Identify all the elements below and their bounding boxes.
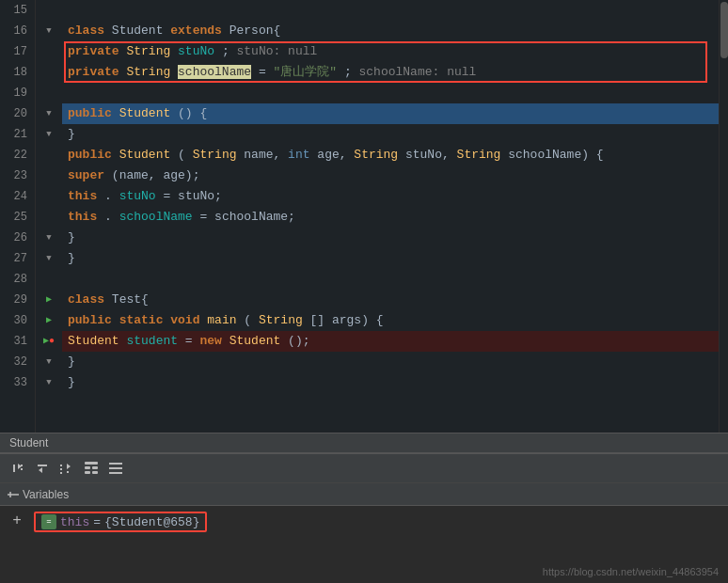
variables-panel: + = this = {Student@658} https://blog.cs… xyxy=(0,506,728,583)
svg-rect-3 xyxy=(85,471,90,474)
toolbar-btn-stepover[interactable] xyxy=(8,458,28,479)
toolbar-btn-table[interactable] xyxy=(81,458,102,479)
code-line-27: } xyxy=(62,248,719,269)
code-lines[interactable]: class Student extends Person{ private St… xyxy=(62,0,719,433)
code-line-17: private String stuNo ; stuNo: null xyxy=(62,41,719,62)
svg-rect-1 xyxy=(85,466,90,469)
fold-icon-20[interactable]: ▼ xyxy=(46,103,51,124)
toolbar-btn-list[interactable] xyxy=(105,458,126,479)
code-line-33: } xyxy=(62,372,719,393)
add-variable-button[interactable]: + xyxy=(8,512,26,530)
watermark: https://blog.csdn.net/weixin_44863954 xyxy=(543,566,719,577)
scrollbar-thumb[interactable] xyxy=(720,2,728,58)
code-line-26: } xyxy=(62,228,719,248)
code-line-22: public Student ( String name, int age, S… xyxy=(62,145,719,165)
code-line-20: public Student () { xyxy=(62,103,719,124)
toolbar-btn-stepout[interactable] xyxy=(56,458,77,479)
fold-icon-27[interactable]: ▼ xyxy=(46,248,51,269)
variables-label: Variables xyxy=(23,488,69,501)
toolbar-bar xyxy=(0,453,728,483)
variable-icon: = xyxy=(41,514,56,529)
fold-icon-21[interactable]: ▼ xyxy=(46,124,51,145)
code-line-16: class Student extends Person{ xyxy=(62,21,719,41)
svg-rect-7 xyxy=(109,472,122,474)
code-line-32: } xyxy=(62,352,719,372)
gutter: ▼ ▼ ▼ ▼ ▼ ▶ ▶ ▶● ▼ ▼ xyxy=(36,0,62,433)
fold-icon-16[interactable]: ▼ xyxy=(46,21,51,41)
svg-rect-5 xyxy=(109,463,122,465)
code-line-21: } xyxy=(62,124,719,145)
code-line-19 xyxy=(62,83,719,103)
code-line-28 xyxy=(62,269,719,290)
code-line-31: Student student = new Student (); xyxy=(62,331,719,352)
run-icon-29[interactable]: ▶ xyxy=(46,290,52,310)
variable-row-this: = this = {Student@658} xyxy=(34,512,207,532)
code-line-30: public static void main ( String [] args… xyxy=(62,310,719,331)
variable-equals: = xyxy=(93,515,101,529)
code-line-18: private String schoolName = "唐山学院" ; sch… xyxy=(62,62,719,83)
variables-icon xyxy=(8,489,19,500)
editor-area: 15 16 17 18 19 20 21 22 23 24 25 26 27 2… xyxy=(0,0,728,433)
svg-rect-0 xyxy=(85,462,98,465)
variable-highlight-box: = this = {Student@658} xyxy=(34,512,207,532)
variable-value: {Student@658} xyxy=(104,515,199,529)
code-line-25: this . schoolName = schoolName; xyxy=(62,207,719,228)
variable-name: this xyxy=(60,515,89,529)
code-line-24: this . stuNo = stuNo; xyxy=(62,186,719,207)
run-icon-30[interactable]: ▶ xyxy=(46,310,52,331)
svg-rect-4 xyxy=(92,471,98,474)
fold-icon-32[interactable]: ▼ xyxy=(46,352,51,372)
bottom-tab-bar: Student xyxy=(0,433,728,453)
code-line-23: super (name, age); xyxy=(62,165,719,186)
toolbar-btn-stepinto[interactable] xyxy=(32,458,53,479)
error-icon-31: ● xyxy=(49,331,55,352)
student-tab[interactable]: Student xyxy=(9,436,48,449)
line-numbers: 15 16 17 18 19 20 21 22 23 24 25 26 27 2… xyxy=(0,0,36,433)
fold-icon-26[interactable]: ▼ xyxy=(46,228,51,248)
code-line-15 xyxy=(62,0,719,21)
code-line-29: class Test{ xyxy=(62,290,719,310)
fold-icon-33[interactable]: ▼ xyxy=(46,372,51,393)
vertical-scrollbar[interactable] xyxy=(719,0,728,433)
svg-rect-2 xyxy=(92,466,98,469)
variables-panel-header: Variables xyxy=(0,483,728,506)
svg-rect-6 xyxy=(109,467,122,469)
